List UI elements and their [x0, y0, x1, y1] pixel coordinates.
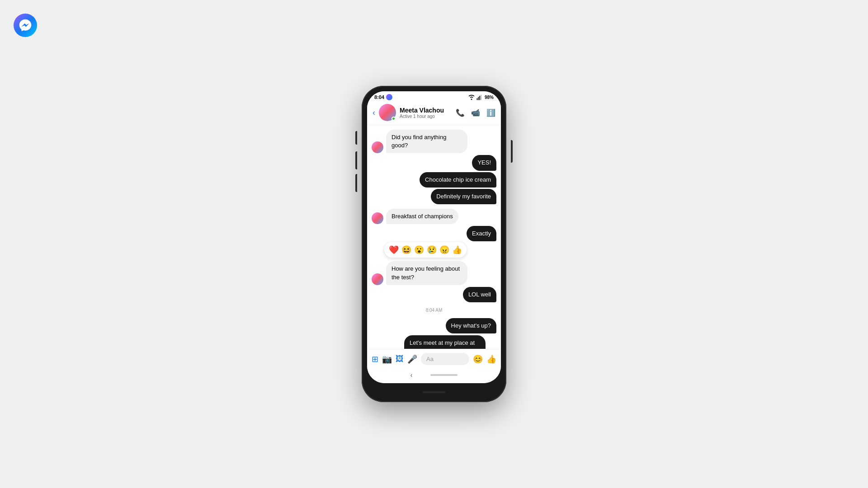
video-call-icon[interactable]: 📹: [471, 108, 480, 117]
timestamp: 8:04 AM: [372, 308, 496, 313]
bubble-sent: LOL well: [463, 287, 496, 302]
message-row: Did you find anything good?: [372, 130, 496, 153]
input-placeholder: Aa: [426, 356, 434, 362]
back-nav-icon[interactable]: ‹: [410, 371, 413, 379]
svg-rect-3: [481, 95, 481, 100]
contact-status: Active 1 hour ago: [400, 114, 452, 119]
emoji-reaction-bar[interactable]: ❤️ 😆 😮 😢 😠 👍: [384, 242, 467, 258]
svg-rect-0: [477, 98, 478, 100]
svg-rect-1: [478, 97, 479, 100]
reaction-sad[interactable]: 😢: [427, 245, 437, 255]
message-group-sent: Hey what's up?: [372, 318, 496, 333]
message-group-sent: YES! Chocolate chip ice cream Definitely…: [372, 155, 496, 204]
online-indicator: [392, 117, 396, 121]
voice-call-icon[interactable]: 📞: [456, 108, 465, 117]
info-icon[interactable]: ℹ️: [486, 108, 495, 117]
input-icons: ⊞ 📷 🖼 🎤: [372, 354, 417, 364]
volume-down-button: [355, 174, 357, 192]
reaction-angry[interactable]: 😠: [439, 245, 449, 255]
reaction-wow[interactable]: 😮: [414, 245, 424, 255]
reaction-laugh[interactable]: 😆: [401, 245, 411, 255]
svg-rect-2: [479, 96, 480, 100]
message-input[interactable]: Aa: [421, 353, 469, 365]
message-row: Breakfast of champions: [372, 209, 496, 224]
bubble-received: How are you feeling about the test?: [386, 261, 467, 285]
wifi-icon: [468, 94, 475, 100]
bubble-sent: Let's meet at my place at 7:30 and head …: [404, 335, 486, 349]
bubble-sent: Exactly: [467, 226, 496, 241]
bubble-received: Breakfast of champions: [386, 209, 458, 224]
emoji-button[interactable]: 😊: [473, 354, 483, 364]
phone-screen: 8:04 98% ‹ Meeta Vlachou Active 1 hour a…: [367, 91, 501, 383]
bubble-sent: YES!: [472, 155, 496, 170]
reaction-heart[interactable]: ❤️: [389, 245, 399, 255]
messenger-status-icon: [386, 94, 392, 100]
bubble-received: Did you find anything good?: [386, 130, 467, 153]
contact-avatar[interactable]: [379, 104, 396, 121]
back-button[interactable]: ‹: [373, 108, 375, 117]
home-indicator[interactable]: [430, 374, 458, 376]
status-time: 8:04: [374, 94, 384, 100]
avatar: [372, 273, 383, 285]
header-actions: 📞 📹 ℹ️: [456, 108, 495, 117]
contact-name: Meeta Vlachou: [400, 107, 452, 114]
contact-info: Meeta Vlachou Active 1 hour ago: [400, 107, 452, 119]
phone-frame: 8:04 98% ‹ Meeta Vlachou Active 1 hour a…: [362, 86, 506, 402]
bubble-sent: Chocolate chip ice cream: [420, 172, 496, 188]
home-bar: ‹: [367, 369, 501, 383]
avatar: [372, 212, 383, 224]
camera-icon[interactable]: 📷: [382, 354, 392, 364]
power-button: [511, 140, 513, 163]
messages-area: Did you find anything good? YES! Chocola…: [367, 125, 501, 349]
apps-icon[interactable]: ⊞: [372, 354, 378, 364]
nav-bar: ‹: [410, 371, 458, 380]
message-row-sent-avatar: Let's meet at my place at 7:30 and head …: [372, 335, 496, 349]
status-bar: 8:04 98%: [367, 91, 501, 100]
messenger-logo-icon[interactable]: [14, 14, 37, 37]
phone-bottom: [367, 383, 501, 397]
chat-header: ‹ Meeta Vlachou Active 1 hour ago 📞 📹 ℹ️: [367, 100, 501, 125]
messenger-icon-svg: [19, 19, 32, 32]
gallery-icon[interactable]: 🖼: [396, 354, 404, 364]
battery-text: 98%: [485, 95, 494, 100]
bubble-sent: Definitely my favorite: [431, 189, 496, 204]
chat-input-area: ⊞ 📷 🖼 🎤 Aa 😊 👍: [367, 349, 501, 369]
mute-button: [355, 131, 357, 145]
bubble-sent: Hey what's up?: [446, 318, 496, 333]
message-row: How are you feeling about the test?: [372, 261, 496, 285]
volume-up-button: [355, 151, 357, 169]
like-button[interactable]: 👍: [486, 354, 496, 364]
avatar: [372, 141, 383, 153]
status-icons: 98%: [468, 94, 494, 100]
mic-icon[interactable]: 🎤: [407, 354, 417, 364]
signal-icon: [476, 94, 483, 100]
message-group-sent: LOL well: [372, 287, 496, 302]
reaction-thumbsup[interactable]: 👍: [452, 245, 462, 255]
